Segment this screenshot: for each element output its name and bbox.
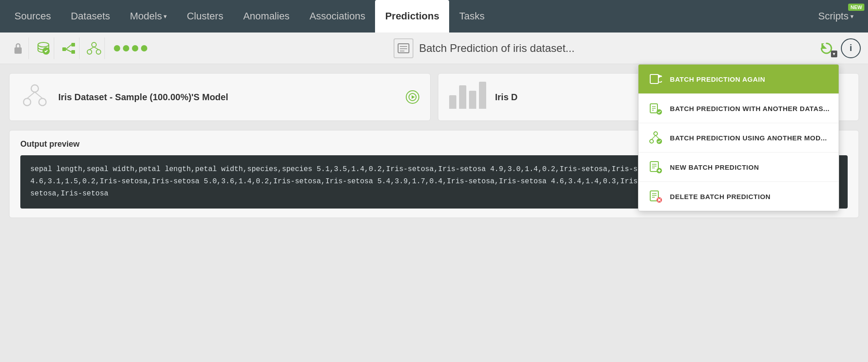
nav-label-models: Models [130, 10, 162, 22]
nav-item-predictions[interactable]: Predictions [375, 0, 449, 32]
dataset-icon[interactable] [33, 37, 54, 59]
svg-point-21 [39, 98, 46, 106]
svg-line-6 [66, 45, 71, 49]
dot-3 [132, 45, 138, 51]
svg-rect-5 [71, 50, 75, 54]
batch-prediction-icon [394, 38, 413, 58]
bar-2 [459, 85, 466, 109]
svg-rect-13 [398, 44, 409, 53]
page-title: Batch Prediction of iris dataset... [419, 42, 574, 55]
svg-line-12 [94, 47, 99, 50]
svg-point-1 [38, 42, 49, 47]
nav-item-scripts[interactable]: Scripts ▾ NEW [808, 0, 863, 32]
dropdown-item-batch-again[interactable]: BATCH PREDICTION AGAIN [638, 65, 839, 94]
info-button[interactable]: i [841, 38, 861, 58]
nav-label-scripts: Scripts [818, 10, 849, 22]
dropdown-item-label-batch-another-data: BATCH PREDICTION WITH ANOTHER DATAS... [670, 105, 830, 112]
refresh-dropdown-button[interactable]: ▾ [816, 37, 837, 59]
scripts-arrow-icon: ▾ [850, 13, 854, 20]
nav-label-tasks: Tasks [459, 10, 484, 22]
dropdown-item-label-new-batch: NEW BATCH PREDICTION [670, 163, 830, 171]
model-card-badge[interactable] [406, 90, 419, 104]
bar-4 [479, 82, 486, 109]
toolbar-actions: ▾ i [816, 37, 861, 59]
toolbar: Batch Prediction of iris dataset... ▾ i [0, 32, 868, 64]
dropdown-item-batch-another-data[interactable]: BATCH PREDICTION WITH ANOTHER DATAS... [638, 94, 839, 123]
dropdown-item-delete-batch[interactable]: DELETE BATCH PREDICTION [638, 182, 839, 211]
dropdown-item-batch-another-model[interactable]: BATCH PREDICTION USING ANOTHER MOD... [638, 123, 839, 153]
nav-item-models[interactable]: Models ▾ [120, 0, 177, 32]
svg-rect-3 [62, 47, 66, 51]
dropdown-item-icon-new-batch [647, 159, 664, 175]
nav-item-sources[interactable]: Sources [5, 0, 61, 32]
progress-dots [108, 45, 153, 51]
dot-1 [114, 45, 120, 51]
toolbar-title-area: Batch Prediction of iris dataset... [156, 38, 812, 58]
nav-item-tasks[interactable]: Tasks [449, 0, 494, 32]
nav-item-associations[interactable]: Associations [300, 0, 375, 32]
svg-rect-4 [71, 43, 75, 46]
dropdown-item-icon-batch-another-data [647, 100, 664, 116]
models-arrow-icon: ▾ [164, 13, 167, 20]
model-card: Iris Dataset - Sample (100.00%)'S Model [9, 73, 431, 121]
nav-label-predictions: Predictions [385, 10, 439, 22]
svg-point-33 [654, 132, 657, 135]
top-navigation: Sources Datasets Models ▾ Clusters Anoma… [0, 0, 868, 32]
svg-line-36 [652, 135, 656, 139]
nav-item-anomalies[interactable]: Anomalies [233, 0, 300, 32]
nav-label-associations: Associations [310, 10, 366, 22]
cluster-icon[interactable] [83, 37, 105, 59]
dropdown-item-label-delete-batch: DELETE BATCH PREDICTION [670, 193, 830, 200]
dropdown-menu: BATCH PREDICTION AGAINBATCH PREDICTION W… [638, 64, 839, 211]
dropdown-item-icon-batch-again [647, 71, 664, 87]
model-icon[interactable] [58, 37, 80, 59]
new-badge: NEW [848, 4, 864, 11]
svg-line-7 [66, 49, 71, 52]
dot-2 [123, 45, 129, 51]
svg-point-19 [31, 85, 38, 92]
svg-point-20 [23, 98, 31, 106]
dropdown-item-icon-batch-another-model [647, 130, 664, 146]
dot-4 [141, 45, 147, 51]
bar-3 [469, 91, 476, 109]
svg-rect-0 [14, 47, 22, 54]
svg-marker-27 [658, 74, 662, 78]
nav-item-datasets[interactable]: Datasets [61, 0, 120, 32]
model-tree-icon [20, 83, 49, 111]
nav-label-datasets: Datasets [71, 10, 110, 22]
bar-1 [449, 95, 456, 109]
nav-label-sources: Sources [14, 10, 51, 22]
svg-point-34 [650, 139, 653, 143]
svg-line-22 [27, 92, 35, 98]
svg-line-11 [89, 47, 94, 50]
nav-item-clusters[interactable]: Clusters [177, 0, 233, 32]
dropdown-item-new-batch[interactable]: NEW BATCH PREDICTION [638, 153, 839, 182]
nav-label-clusters: Clusters [187, 10, 223, 22]
dropdown-caret: ▾ [831, 51, 837, 57]
dropdown-item-label-batch-again: BATCH PREDICTION AGAIN [670, 75, 830, 83]
svg-marker-25 [412, 95, 415, 99]
dropdown-item-icon-delete-batch [647, 188, 664, 204]
dropdown-item-label-batch-another-model: BATCH PREDICTION USING ANOTHER MOD... [670, 134, 830, 142]
svg-point-9 [87, 50, 92, 54]
svg-rect-26 [650, 74, 658, 84]
model-card-title: Iris Dataset - Sample (100.00%)'S Model [58, 92, 397, 102]
nav-label-anomalies: Anomalies [243, 10, 290, 22]
svg-point-10 [96, 50, 101, 54]
dataset-bars-icon [449, 85, 486, 109]
svg-line-23 [35, 92, 42, 98]
lock-icon[interactable] [7, 37, 29, 59]
svg-point-8 [92, 42, 96, 47]
